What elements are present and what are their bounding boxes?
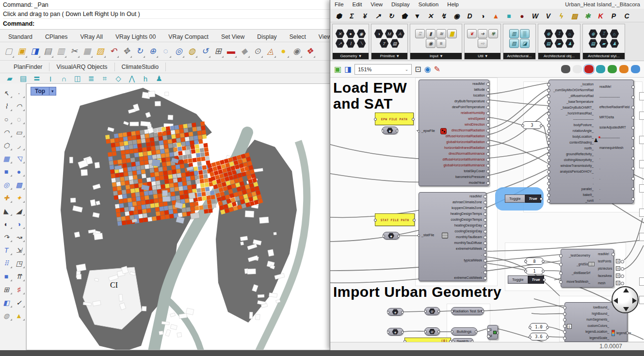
rhino-sidebar-icon[interactable]: ◳ [13,257,25,270]
rhino-toolbar-tab[interactable]: Standard [2,32,39,42]
rhino-sidebar-icon[interactable]: ◹ [13,152,25,165]
visualarq-icon[interactable]: ⋀ [125,74,139,83]
slider-3-6[interactable]: 3.6 [530,333,548,340]
rhino-toolbar-tab[interactable]: VRay All [74,32,109,42]
rhino-sidebar-icon[interactable]: ↝ [13,230,25,243]
palette-icon[interactable]: ♟ [565,39,575,48]
rhino-plugin-tab[interactable]: PlanFinder [7,63,49,71]
input-port[interactable]: bodyLocation_ [549,134,596,140]
input-port[interactable]: moveTestMesh_ [561,277,592,286]
input-port[interactable]: north_ [549,146,596,151]
palette-icon[interactable]: ▮ [426,29,435,38]
gh-category-tab[interactable]: ✻ [581,10,594,22]
output-port[interactable]: latitude [419,87,489,93]
palette-icon[interactable]: ⇨ [478,39,487,48]
panel-value[interactable]: (0) [404,338,451,342]
component-import-stat[interactable]: readMe!ashraeClimateZonekoppenClimateZon… [419,192,486,281]
rhino-toolbar-tab[interactable]: VRay Compact [162,32,215,42]
rhino-sidebar-icon[interactable]: ◞ [13,139,25,152]
gh-menu-item[interactable]: File [330,1,348,7]
rhino-toolbar-icon[interactable]: ▢ [2,44,15,59]
slider-1[interactable]: 1 [525,267,544,275]
rhino-sidebar-icon[interactable]: ✦ [13,191,25,204]
output-port[interactable]: testPointsY [596,258,612,265]
rhino-plugin-tab[interactable]: ClimateStudio [115,63,166,71]
output-port[interactable]: barometricPressure [419,174,489,180]
output-port[interactable]: . [597,183,632,194]
palette-icon[interactable]: ● [346,29,355,38]
palette-icon[interactable]: ▤ [390,39,400,48]
panel-stat-file-path[interactable]: STAT FILE PATH [375,213,415,226]
rhino-toolbar-icon[interactable]: ▣ [15,44,28,59]
input-port[interactable]: lowBound_ [565,305,611,311]
gh-category-tab[interactable]: ◑ [476,10,489,22]
visualarq-icon[interactable]: ⌗ [98,74,112,83]
rhino-sidebar-icon[interactable]: ↷ [0,230,13,243]
palette-icon[interactable]: ❦ [467,29,477,38]
gh-category-tab[interactable]: V [542,10,555,22]
output-port[interactable]: horizontalInfraredRadiation [419,145,489,151]
visualarq-icon[interactable]: I [44,75,57,83]
output-port[interactable]: readMe! [419,81,489,87]
palette-group-label[interactable]: Primitive▾ [371,53,407,59]
display-mode-icon[interactable] [631,65,640,73]
rhino-toolbar-icon[interactable]: ▬ [225,44,238,59]
output-port[interactable]: . [419,269,486,275]
rhino-sidebar-icon[interactable]: ✓ [13,296,25,309]
command-options-line[interactable]: Click and drag to pan ( Down Left Right … [3,10,332,19]
param-radiation-test-srf[interactable]: Radiation Test Srf [451,307,484,315]
rhino-toolbar-icon[interactable]: ▦ [80,44,94,59]
gh-category-tab[interactable]: ■ [502,10,515,22]
gh-category-tab[interactable]: P [607,10,620,22]
palette-group-label[interactable]: Architectural obj... [538,53,580,59]
component-import-epw[interactable]: readMe!latitudelocationdryBulbTemperatur… [419,80,489,186]
rhino-sidebar-icon[interactable]: T [0,243,13,257]
palette-icon[interactable]: ▇ [447,29,457,38]
boolean-toggle[interactable]: ToggleTrue [505,194,541,203]
rhino-toolbar-icon[interactable]: ◍ [185,44,198,59]
visualarq-icon[interactable]: ◇ [112,74,125,83]
output-port[interactable]: globalHorizontalIlluminance [419,162,489,168]
slider-1-0[interactable]: 1.0 [530,323,548,331]
output-port[interactable]: mannequinMesh [597,143,632,153]
palette-icon[interactable]: ▰ [599,39,609,48]
output-port[interactable]: readMe! [597,81,632,92]
output-port[interactable]: globalHorizontalRadiation [419,139,489,145]
display-mode-icon[interactable] [573,65,582,73]
gh-category-tab[interactable]: ↯ [437,10,450,22]
palette-icon[interactable]: ◑ [374,29,384,38]
palette-icon[interactable]: ⊕ [544,29,553,38]
param-epw-file-path[interactable]: ◆ [382,127,398,134]
output-port[interactable]: ptsVectorsY [596,265,612,272]
palette-icon[interactable]: ▥ [509,29,519,38]
palette-icon[interactable]: ⊕ [588,29,598,38]
input-port[interactable]: parallel_ [549,186,596,192]
rhino-plugin-tab[interactable]: VisualARQ Objects [49,63,114,71]
rhino-sidebar-icon[interactable]: ⬡ [0,139,13,152]
output-port[interactable]: readMe!Y [596,250,612,258]
output-port[interactable] [626,332,628,334]
viewport-title[interactable]: Top [31,87,49,96]
input-port[interactable]: analysisPeriodOrHOY_ [549,169,596,175]
output-port[interactable]: relativeHumidity [419,110,489,116]
flatten-icon[interactable]: Y [616,266,620,271]
visualarq-icon[interactable]: h [139,75,152,83]
save-file-icon[interactable]: ◨ [344,65,352,74]
palette-icon[interactable]: ▒ [520,29,530,38]
rhino-sidebar-icon[interactable]: ▩ [13,178,25,191]
rhino-toolbar-icon[interactable]: ▥ [54,44,67,59]
palette-icon[interactable]: ➜ [478,29,487,38]
zoom-level-select[interactable]: 151%⌄ [354,64,412,75]
rhino-sidebar-icon[interactable]: ■ [0,165,13,178]
rhino-toolbar-icon[interactable]: ▤ [41,44,54,59]
palette-icon[interactable]: ⟍ [356,39,366,48]
rhino-sidebar-icon[interactable]: ◢ [13,204,25,217]
visualarq-icon[interactable]: ◫ [71,74,84,83]
input-port[interactable] [418,234,420,237]
param-brep[interactable]: ◈ [387,328,403,336]
component-geometry-pipeline[interactable]: @ [424,327,440,336]
output-port[interactable]: monthlyTauDiffuse [419,240,486,246]
rhino-toolbar-icon[interactable]: ⊙ [251,44,264,59]
input-port[interactable]: highBound_ [565,311,611,317]
rhino-toolbar-tab[interactable]: CPlanes [39,32,74,42]
